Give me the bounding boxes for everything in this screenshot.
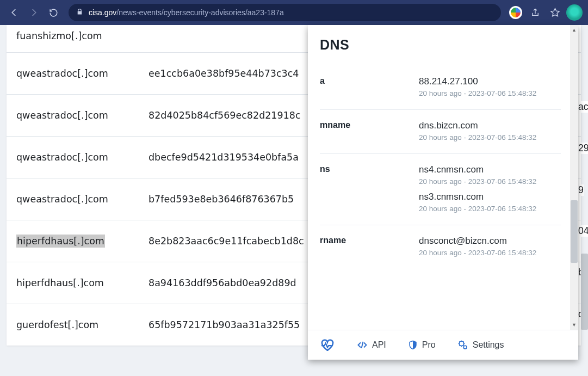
dns-record-values: dnsconct@bizcn.com20 hours ago - 2023-07… [419,235,561,262]
svg-point-1 [463,346,467,349]
forward-button[interactable] [25,4,42,21]
settings-button[interactable]: Settings [457,340,504,350]
dns-record: a88.214.27.10020 hours ago - 2023-07-06 … [320,66,561,109]
domain-cell: guerdofest[.]com [7,304,139,346]
dns-timestamp: 20 hours ago - 2023-07-06 15:48:32 [419,177,561,186]
url-text: cisa.gov/news-events/cybersecurity-advis… [89,8,284,17]
dns-record: rnamednsconct@bizcn.com20 hours ago - 20… [320,225,561,269]
dns-value: ns3.cnmsn.com [419,191,561,204]
dns-extension-popup: DNS a88.214.27.10020 hours ago - 2023-07… [308,25,578,360]
api-button[interactable]: API [357,340,386,350]
shield-icon [408,340,418,350]
dns-timestamp: 20 hours ago - 2023-07-06 15:48:32 [419,133,561,141]
dns-timestamp: 20 hours ago - 2023-07-06 15:48:32 [419,249,561,257]
heartbeat-icon [320,339,335,351]
pro-button[interactable]: Pro [408,340,436,350]
google-icon[interactable] [507,4,524,21]
bookmark-star-icon[interactable] [547,4,563,21]
overflow-text: ac [578,101,588,113]
domain-cell: hiperfdhaus[.]com [7,262,139,304]
api-label: API [372,340,386,350]
dns-record-key: ns [320,164,416,218]
page-scrollbar-thumb[interactable] [581,254,588,330]
scroll-up-icon[interactable]: ▲ [570,25,578,35]
reload-button[interactable] [45,4,62,21]
settings-label: Settings [473,340,504,350]
toolbar-right [507,4,583,21]
overflow-text: 9 [578,184,584,196]
browser-toolbar: cisa.gov/news-events/cybersecurity-advis… [0,0,588,25]
pro-label: Pro [422,340,436,350]
dns-record-key: mname [320,120,416,147]
svg-point-0 [459,341,463,346]
popup-scrollbar[interactable]: ▲ ▼ [570,25,578,330]
dns-record-key: a [320,76,416,103]
dns-record-values: dns.bizcn.com20 hours ago - 2023-07-06 1… [419,120,561,147]
address-bar[interactable]: cisa.gov/news-events/cybersecurity-advis… [69,4,501,21]
popup-footer: API Pro Settings [308,330,578,360]
dns-value: dns.bizcn.com [419,120,561,132]
dns-record: mnamedns.bizcn.com20 hours ago - 2023-07… [320,109,561,153]
back-button[interactable] [5,4,23,21]
domain-cell: qweastradoc[.]com [7,95,139,137]
popup-scrollbar-thumb[interactable] [571,200,578,263]
health-button[interactable] [320,339,335,351]
scroll-down-icon[interactable]: ▼ [570,320,578,330]
dns-record: nsns4.cnmsn.com20 hours ago - 2023-07-06… [320,153,561,225]
gear-icon [457,340,468,350]
dns-timestamp: 20 hours ago - 2023-07-06 15:48:32 [419,89,561,97]
dns-record-values: 88.214.27.10020 hours ago - 2023-07-06 1… [419,76,561,103]
profile-avatar[interactable] [566,4,583,21]
domain-cell: hiperfdhaus[.]com [7,220,139,262]
domain-cell: qweastradoc[.]com [7,178,139,220]
dns-timestamp: 20 hours ago - 2023-07-06 15:48:32 [419,205,561,213]
domain-cell: qweastradoc[.]com [7,137,139,178]
dns-record-values: ns4.cnmsn.com20 hours ago - 2023-07-06 1… [419,164,561,218]
overflow-text: 04 [578,225,588,237]
overflow-text: 29 [578,143,588,154]
highlighted-domain: hiperfdhaus[.]com [16,235,105,248]
code-icon [357,340,368,350]
domain-cell: qweastradoc[.]com [7,53,139,95]
dns-value: 88.214.27.100 [419,76,561,88]
dns-value: ns4.cnmsn.com [419,164,561,176]
lock-icon [76,8,83,17]
dns-value: dnsconct@bizcn.com [419,235,561,248]
dns-record-key: rname [320,235,416,262]
domain-cell: fuanshizmo[.]com [7,25,139,53]
popup-title: DNS [320,37,561,53]
share-icon[interactable] [527,4,543,21]
